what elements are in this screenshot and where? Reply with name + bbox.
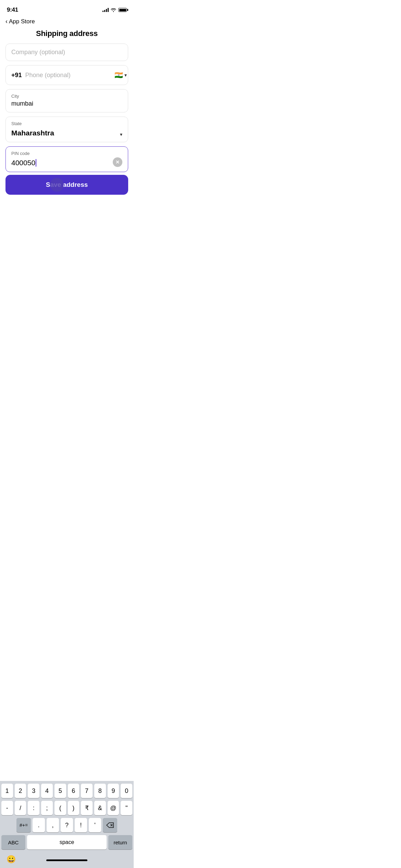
- page-title: Shipping address: [5, 29, 128, 38]
- save-address-button[interactable]: Save address: [5, 175, 128, 195]
- company-input[interactable]: [11, 49, 122, 56]
- phone-input[interactable]: [25, 72, 105, 79]
- state-value: Maharashtra: [11, 129, 54, 137]
- form-area: +91 🇮🇳 ▾ City mumbai State Maharashtra ▾…: [0, 44, 134, 172]
- state-chevron-icon[interactable]: ▾: [120, 132, 122, 137]
- clear-pin-button[interactable]: ✕: [113, 157, 122, 167]
- page-header: Shipping address: [0, 28, 134, 44]
- company-field[interactable]: [5, 44, 128, 61]
- pin-value: 400050: [11, 159, 113, 167]
- status-icons: [102, 8, 127, 12]
- wifi-icon: [111, 8, 116, 12]
- text-cursor: [36, 159, 36, 167]
- state-field[interactable]: State Maharashtra ▾: [5, 117, 128, 142]
- status-time: 9:41: [7, 7, 18, 13]
- pin-content: PIN code 400050: [11, 151, 113, 167]
- chevron-down-icon: ▾: [124, 72, 127, 78]
- back-arrow-icon[interactable]: ‹: [5, 18, 8, 25]
- back-label[interactable]: App Store: [9, 18, 35, 25]
- pin-label: PIN code: [11, 151, 113, 156]
- phone-country-selector[interactable]: 🇮🇳 ▾: [114, 71, 127, 79]
- country-flag: 🇮🇳: [114, 71, 123, 79]
- button-ripple: [50, 178, 64, 192]
- state-content: State Maharashtra: [11, 121, 54, 137]
- state-label: State: [11, 121, 54, 126]
- back-navigation[interactable]: ‹ App Store: [0, 16, 134, 28]
- signal-icon: [102, 8, 109, 12]
- phone-field[interactable]: +91 🇮🇳 ▾: [5, 65, 128, 85]
- city-label: City: [11, 94, 122, 99]
- phone-code: +91: [11, 72, 22, 79]
- status-bar: 9:41: [0, 0, 134, 16]
- battery-icon: [118, 8, 127, 12]
- pin-field[interactable]: PIN code 400050 ✕: [5, 146, 128, 172]
- city-field[interactable]: City mumbai: [5, 89, 128, 112]
- city-value: mumbai: [11, 100, 122, 107]
